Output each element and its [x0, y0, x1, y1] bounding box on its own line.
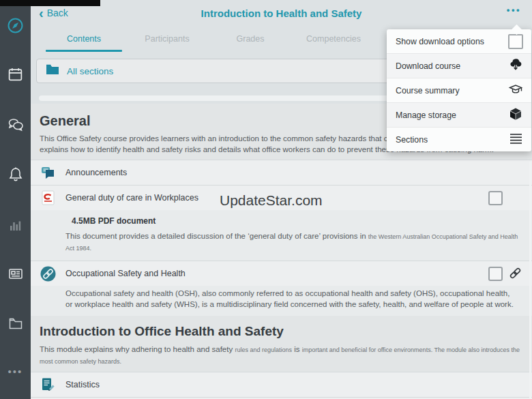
module-row-osh[interactable]: Occupational Safety and Health [31, 261, 532, 286]
calendar-icon [7, 66, 24, 86]
compass-icon [6, 16, 25, 38]
section-heading-module2: Introduction to Office Health and Safety [31, 316, 532, 340]
module-label: Announcements [65, 168, 127, 177]
sidebar-item-notifications[interactable] [0, 166, 31, 186]
context-menu-button[interactable]: ••• [507, 5, 521, 15]
menu-item-manage-storage[interactable]: Manage storage [387, 103, 531, 127]
menu-item-sections[interactable]: Sections [387, 128, 531, 151]
module-label: Statistics [65, 380, 100, 389]
folder-blue-icon [46, 64, 59, 78]
pdf-size-label: 4.5MB PDF document [72, 216, 522, 226]
bell-icon [7, 166, 25, 186]
pdf-file-icon [39, 190, 57, 205]
top-letterbox-bar [0, 0, 100, 6]
sidebar-item-news[interactable] [0, 265, 31, 285]
sidebar-item-calendar[interactable] [0, 66, 31, 86]
chat-icon [7, 116, 25, 136]
sidebar-item-more[interactable]: ••• [0, 366, 31, 377]
download-checkbox[interactable] [488, 267, 503, 281]
folder-icon [8, 315, 24, 334]
course-header: ‹ Back Introduction to Health and Safety… [31, 0, 532, 27]
more-dots-icon: ••• [8, 366, 23, 377]
module-label: General duty of care in Workplaces [65, 193, 198, 203]
module-row-statistics[interactable]: Statistics [31, 372, 532, 397]
sidebar-item-files[interactable] [0, 315, 31, 334]
cube-icon [508, 106, 523, 123]
external-link-icon[interactable] [508, 266, 522, 283]
module-label: Occupational Safety and Health [65, 269, 186, 278]
tab-grades[interactable]: Grades [209, 27, 292, 52]
menu-item-course-summary[interactable]: Course summary [387, 78, 531, 102]
url-link-circle-icon [39, 266, 57, 282]
pdf-description: This document provides a detailed discus… [65, 231, 522, 254]
page-doc-icon [39, 377, 57, 392]
cloud-download-icon [508, 57, 523, 74]
vertical-scrollbar[interactable] [529, 162, 531, 399]
watermark-text: UpdateStar.com [220, 192, 323, 209]
chevron-left-icon: ‹ [39, 6, 44, 20]
tab-competencies[interactable]: Competencies [292, 27, 375, 52]
bar-chart-icon [8, 216, 24, 235]
active-tab-underline [46, 50, 122, 52]
back-button[interactable]: ‹ Back [39, 6, 68, 20]
pdf-details: 4.5MB PDF document This document provide… [31, 210, 532, 261]
menu-item-download-course[interactable]: Download course [387, 54, 531, 78]
sidebar-item-grades[interactable] [0, 216, 31, 235]
app-sidebar: ••• [0, 0, 31, 399]
tab-participants[interactable]: Participants [125, 27, 209, 52]
sidebar-item-courses[interactable] [0, 16, 31, 38]
osh-description: Occupational safety and health (OSH), al… [31, 286, 532, 316]
section-description-module2: This module explains why adhering to hea… [31, 340, 532, 372]
forum-icon [39, 165, 57, 180]
tab-contents[interactable]: Contents [42, 27, 125, 52]
section-selector-label: All sections [67, 66, 113, 76]
graduation-cap-icon [508, 82, 523, 99]
newspaper-icon [7, 265, 25, 285]
page-title: Introduction to Health and Safety [31, 0, 532, 27]
context-dropdown-menu: Show download options Download course Co… [387, 29, 531, 151]
menu-item-show-download-options[interactable]: Show download options [387, 29, 531, 53]
download-checkbox[interactable] [488, 191, 503, 205]
back-label: Back [47, 8, 68, 18]
checkbox-icon[interactable] [508, 34, 523, 49]
list-icon [509, 132, 523, 147]
module-row-announcements[interactable]: Announcements [31, 160, 532, 185]
sidebar-item-messages[interactable] [0, 116, 31, 136]
